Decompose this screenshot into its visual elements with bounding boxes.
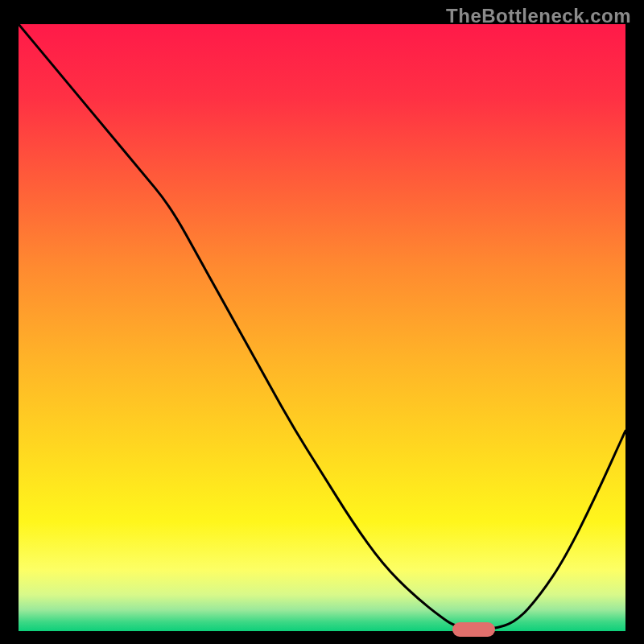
gradient-and-curve (19, 24, 625, 631)
chart-frame: TheBottleneck.com (0, 0, 644, 644)
gradient-fill (19, 24, 625, 631)
plot-area (19, 24, 625, 631)
optimal-range-marker (452, 622, 495, 637)
